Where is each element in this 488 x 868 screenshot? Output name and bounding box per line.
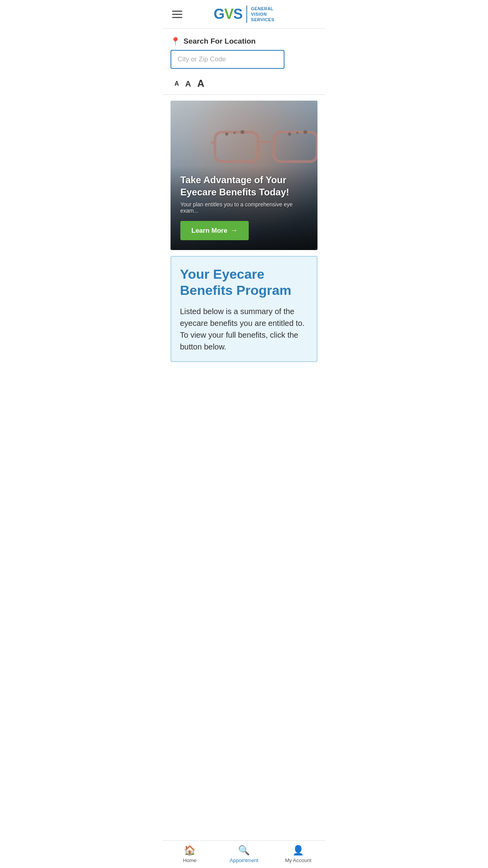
svg-point-6 bbox=[233, 132, 236, 134]
benefits-description: Listed below is a summary of the eyecare… bbox=[180, 305, 308, 353]
learn-more-button[interactable]: Learn More → bbox=[180, 221, 249, 240]
font-small-button[interactable]: A bbox=[174, 81, 179, 87]
logo-tagline: GENERAL VISION SERVICES bbox=[251, 6, 274, 23]
hero-title: Take Advantage of Your Eyecare Benefits … bbox=[180, 174, 308, 198]
svg-point-5 bbox=[225, 132, 228, 136]
svg-point-7 bbox=[240, 130, 244, 134]
svg-point-10 bbox=[303, 130, 307, 134]
bottom-navigation: 🏠 Home 🔍 Appointment 👤 My Account bbox=[163, 840, 325, 868]
svg-point-8 bbox=[288, 132, 291, 136]
app-header: GVS GENERAL VISION SERVICES bbox=[163, 0, 325, 29]
svg-rect-1 bbox=[274, 132, 317, 162]
menu-button[interactable] bbox=[171, 9, 184, 20]
logo: GVS GENERAL VISION SERVICES bbox=[214, 6, 274, 23]
logo-gvs-text: GVS bbox=[214, 7, 242, 21]
hero-banner: Take Advantage of Your Eyecare Benefits … bbox=[171, 101, 317, 250]
appointment-label: Appointment bbox=[230, 857, 259, 863]
hero-subtitle: Your plan entitles you to a comprehensiv… bbox=[180, 201, 308, 214]
arrow-icon: → bbox=[231, 226, 238, 235]
hero-overlay: Take Advantage of Your Eyecare Benefits … bbox=[171, 166, 317, 250]
section-divider bbox=[163, 94, 325, 95]
font-medium-button[interactable]: A bbox=[185, 80, 191, 88]
nav-home[interactable]: 🏠 Home bbox=[163, 841, 217, 868]
home-icon: 🏠 bbox=[184, 845, 196, 856]
search-label: 📍 Search For Location bbox=[171, 37, 317, 46]
svg-rect-0 bbox=[215, 132, 258, 162]
location-search-input[interactable] bbox=[171, 50, 284, 69]
search-section: 📍 Search For Location bbox=[163, 29, 325, 75]
nav-my-account[interactable]: 👤 My Account bbox=[271, 841, 325, 868]
benefits-title: Your Eyecare Benefits Program bbox=[180, 266, 308, 298]
svg-point-9 bbox=[296, 132, 299, 134]
font-size-controls: A A A bbox=[163, 75, 325, 94]
account-label: My Account bbox=[285, 857, 311, 863]
location-icon: 📍 bbox=[171, 37, 180, 46]
search-icon: 🔍 bbox=[238, 845, 250, 856]
nav-appointment[interactable]: 🔍 Appointment bbox=[217, 841, 271, 868]
home-label: Home bbox=[183, 857, 197, 863]
benefits-card: Your Eyecare Benefits Program Listed bel… bbox=[171, 256, 317, 362]
font-large-button[interactable]: A bbox=[197, 79, 204, 88]
logo-divider bbox=[246, 6, 247, 23]
account-icon: 👤 bbox=[292, 845, 304, 856]
